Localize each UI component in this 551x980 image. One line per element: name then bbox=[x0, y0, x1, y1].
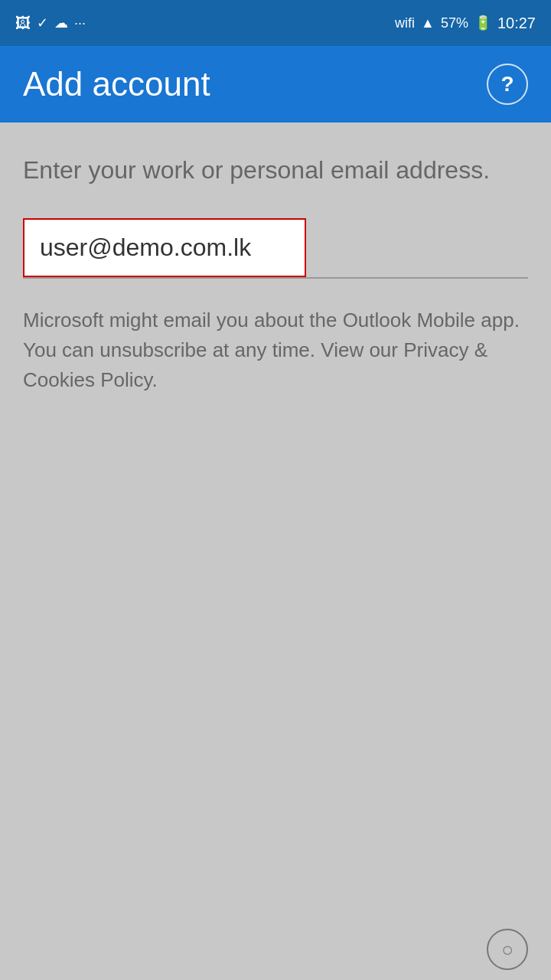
privacy-notice: Microsoft might email you about the Outl… bbox=[23, 305, 528, 395]
image-icon: 🖼 bbox=[15, 15, 31, 32]
weather-icon: ☁ bbox=[54, 15, 68, 31]
signal-icon: ▲ bbox=[421, 15, 435, 31]
input-underline bbox=[23, 277, 528, 279]
clock: 10:27 bbox=[497, 15, 536, 32]
status-bar: 🖼 ✓ ☁ ··· wifi ▲ 57% 🔋 10:27 bbox=[0, 0, 551, 46]
toolbar: Add account ? bbox=[0, 46, 551, 122]
email-input-container[interactable] bbox=[23, 218, 306, 277]
check-icon: ✓ bbox=[37, 15, 48, 31]
home-circle-icon: ○ bbox=[501, 938, 514, 962]
email-input[interactable] bbox=[40, 234, 289, 262]
battery-icon: 🔋 bbox=[474, 15, 491, 31]
more-icon: ··· bbox=[74, 15, 86, 31]
wifi-icon: wifi bbox=[395, 15, 415, 31]
status-icons-left: 🖼 ✓ ☁ ··· bbox=[15, 15, 86, 32]
page-title: Add account bbox=[23, 65, 210, 103]
battery-percent: 57% bbox=[441, 15, 468, 31]
privacy-text-content: Microsoft might email you about the Outl… bbox=[23, 309, 520, 391]
instruction-text: Enter your work or personal email addres… bbox=[23, 153, 528, 188]
help-button[interactable]: ? bbox=[487, 64, 528, 105]
bottom-navigation: ○ bbox=[0, 919, 551, 980]
home-button[interactable]: ○ bbox=[487, 929, 528, 970]
status-icons-right: wifi ▲ 57% 🔋 10:27 bbox=[395, 15, 536, 32]
main-content: Enter your work or personal email addres… bbox=[0, 122, 551, 418]
